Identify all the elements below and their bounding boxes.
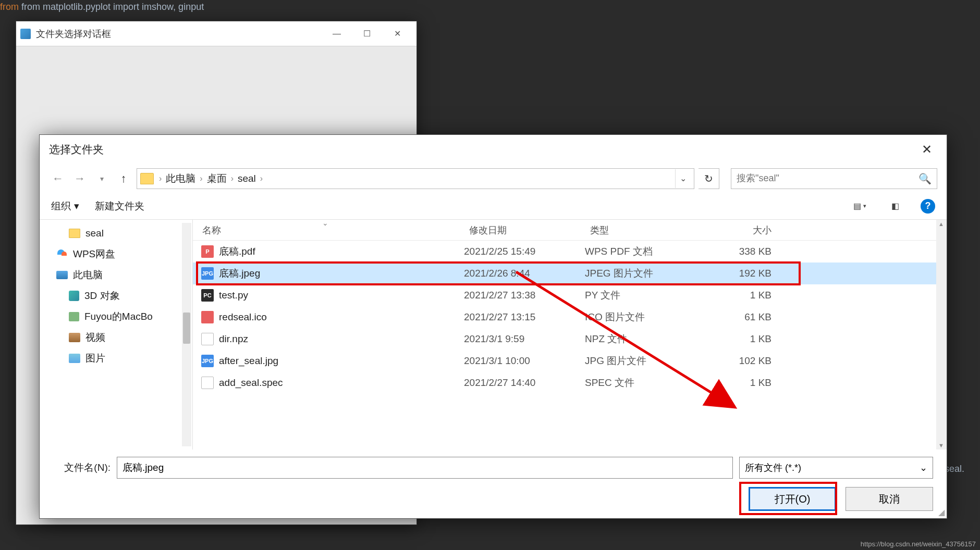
parent-titlebar: 文件夹选择对话框 — ☐ ✕ <box>16 21 416 46</box>
file-type: SPEC 文件 <box>585 376 709 390</box>
file-row[interactable]: JPGafter_seal.jpg2021/3/1 10:00JPG 图片文件1… <box>193 350 947 372</box>
search-input[interactable] <box>737 173 918 184</box>
chevron-down-icon: ▾ <box>74 200 79 212</box>
app-icon <box>20 29 31 39</box>
file-type: ICO 图片文件 <box>585 310 709 324</box>
tree-item-this-pc[interactable]: 此电脑 <box>40 265 192 285</box>
chevron-right-icon: › <box>259 174 264 183</box>
column-date[interactable]: 修改日期 <box>464 224 585 236</box>
search-icon: 🔍 <box>918 172 932 185</box>
breadcrumb-desktop[interactable]: 桌面 <box>204 172 230 185</box>
file-icon: P <box>201 245 214 258</box>
breadcrumb-this-pc[interactable]: 此电脑 <box>163 172 199 185</box>
code-line: from matplotlib.pyplot import imshow, gi… <box>21 2 204 12</box>
filename-label: 文件名(N): <box>53 461 111 474</box>
file-size: 1 KB <box>709 333 787 345</box>
breadcrumb-bar[interactable]: › 此电脑 › 桌面 › seal › ⌄ <box>137 168 694 189</box>
column-size[interactable]: 大小 <box>709 224 787 236</box>
organize-menu[interactable]: 组织▾ <box>51 199 79 213</box>
file-list-header: 名称 修改日期 类型 大小 <box>193 220 947 241</box>
file-list-scrollbar[interactable] <box>936 220 947 449</box>
file-size: 61 KB <box>709 311 787 323</box>
file-row[interactable]: add_seal.spec2021/2/27 14:40SPEC 文件1 KB <box>193 372 947 394</box>
chevron-right-icon: › <box>158 174 163 183</box>
file-icon <box>201 333 214 345</box>
file-icon: JPG <box>201 267 214 280</box>
file-type: JPG 图片文件 <box>585 354 709 368</box>
file-row[interactable]: JPG底稿.jpeg2021/2/26 8:44JPEG 图片文件192 KB <box>193 262 947 284</box>
file-row[interactable]: redseal.ico2021/2/27 13:15ICO 图片文件61 KB <box>193 306 947 328</box>
filename-input[interactable] <box>117 457 733 479</box>
file-size: 192 KB <box>709 268 787 279</box>
minimize-button[interactable]: — <box>322 23 352 44</box>
column-type[interactable]: 类型 <box>585 224 709 236</box>
refresh-button[interactable]: ↻ <box>699 168 719 189</box>
file-date: 2021/3/1 9:59 <box>464 333 585 345</box>
maximize-button[interactable]: ☐ <box>352 23 382 44</box>
close-button[interactable]: ✕ <box>382 23 412 44</box>
breadcrumb-seal[interactable]: seal <box>235 173 259 184</box>
file-icon <box>201 377 214 389</box>
preview-pane-button[interactable]: ◧ <box>885 198 905 215</box>
dialog-header: 选择文件夹 ✕ <box>40 135 947 164</box>
file-list: ⌄ 名称 修改日期 类型 大小 P底稿.pdf2021/2/25 15:49WP… <box>193 220 947 449</box>
file-date: 2021/2/25 15:49 <box>464 246 585 257</box>
resize-grip[interactable]: ◢ <box>938 507 945 517</box>
tree-item-3d-objects[interactable]: 3D 对象 <box>40 285 192 306</box>
wps-icon <box>56 248 68 260</box>
view-mode-button[interactable]: ▤ ▾ <box>850 198 869 215</box>
tree-item-macbook[interactable]: Fuyou的MacBo <box>40 306 192 327</box>
file-icon <box>201 311 214 323</box>
device-icon <box>69 312 79 321</box>
new-folder-button[interactable]: 新建文件夹 <box>95 199 144 213</box>
file-icon: PC <box>201 289 214 302</box>
file-date: 2021/2/27 13:15 <box>464 311 585 323</box>
file-type: JPEG 图片文件 <box>585 267 709 280</box>
open-button[interactable]: 打开(O) <box>749 487 836 511</box>
file-name: dir.npz <box>219 333 464 345</box>
code-hint: seal. <box>945 464 964 474</box>
file-row[interactable]: dir.npz2021/3/1 9:59NPZ 文件1 KB <box>193 328 947 350</box>
search-box[interactable]: 🔍 <box>731 168 937 189</box>
button-row: 打开(O) 取消 <box>53 487 933 511</box>
cancel-button[interactable]: 取消 <box>846 487 933 511</box>
nav-recent-dropdown[interactable]: ▾ <box>93 170 111 188</box>
monitor-icon <box>56 271 68 279</box>
nav-forward-button[interactable]: → <box>71 170 89 188</box>
file-name: test.py <box>219 290 464 301</box>
file-size: 1 KB <box>709 290 787 301</box>
tree-scrollbar[interactable] <box>182 223 191 446</box>
filter-label: 所有文件 (*.*) <box>745 461 801 474</box>
file-row[interactable]: PCtest.py2021/2/27 13:38PY 文件1 KB <box>193 284 947 306</box>
dialog-title: 选择文件夹 <box>49 142 916 157</box>
file-type-filter[interactable]: 所有文件 (*.*) ⌄ <box>739 457 933 479</box>
file-date: 2021/2/27 14:40 <box>464 377 585 389</box>
file-size: 338 KB <box>709 246 787 257</box>
folder-icon <box>69 229 80 238</box>
filename-row: 文件名(N): 所有文件 (*.*) ⌄ <box>53 457 933 479</box>
file-open-dialog: 选择文件夹 ✕ ← → ▾ ↑ › 此电脑 › 桌面 › seal › ⌄ ↻ … <box>39 134 947 519</box>
cube-icon <box>69 291 79 301</box>
breadcrumb-dropdown[interactable]: ⌄ <box>675 169 691 188</box>
column-name[interactable]: 名称 <box>193 224 464 236</box>
watermark: https://blog.csdn.net/weixin_43756157 <box>861 540 976 548</box>
chevron-right-icon: › <box>199 174 203 183</box>
chevron-down-icon: ▾ <box>863 203 866 209</box>
tree-item-wps[interactable]: WPS网盘 <box>40 244 192 265</box>
nav-back-button[interactable]: ← <box>49 170 67 188</box>
file-name: after_seal.jpg <box>219 355 464 367</box>
file-size: 1 KB <box>709 377 787 389</box>
dialog-body: seal WPS网盘 此电脑 3D 对象 Fuyou的MacBo 视频 图片 ⌄… <box>40 220 947 449</box>
nav-up-button[interactable]: ↑ <box>115 170 132 188</box>
tree-item-pictures[interactable]: 图片 <box>40 348 192 369</box>
dialog-footer: 文件名(N): 所有文件 (*.*) ⌄ 打开(O) 取消 ◢ <box>40 449 947 518</box>
tree-item-seal[interactable]: seal <box>40 223 192 244</box>
dialog-close-button[interactable]: ✕ <box>916 139 937 160</box>
tree-item-video[interactable]: 视频 <box>40 327 192 348</box>
file-name: 底稿.pdf <box>219 245 464 258</box>
file-type: PY 文件 <box>585 289 709 302</box>
folder-icon <box>140 173 154 184</box>
help-button[interactable]: ? <box>921 199 935 214</box>
file-row[interactable]: P底稿.pdf2021/2/25 15:49WPS PDF 文档338 KB <box>193 241 947 262</box>
parent-dialog-title: 文件夹选择对话框 <box>36 28 322 40</box>
